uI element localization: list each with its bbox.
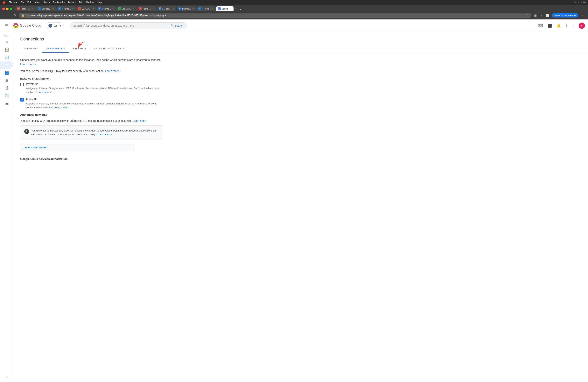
interactive-shell-button[interactable]: ⬛: [546, 22, 553, 29]
tab-close-editing[interactable]: ✕: [229, 8, 231, 10]
dot-minimize[interactable]: [6, 8, 9, 10]
extensions-button[interactable]: ⊞: [533, 13, 538, 18]
forward-button[interactable]: ›: [7, 13, 10, 18]
menu-chrome[interactable]: Chrome: [9, 1, 17, 4]
menu-window[interactable]: Window: [85, 1, 94, 4]
tab-close-home[interactable]: ✕: [152, 8, 155, 10]
tab-confere[interactable]: C Confere... ✕: [36, 6, 56, 11]
public-ip-learn-more[interactable]: Learn more ↗: [54, 106, 69, 109]
sidebar-item-connections[interactable]: →: [0, 61, 13, 69]
cloud-shell-button[interactable]: ⌨: [536, 22, 545, 29]
tab-peerdb3[interactable]: P Peerdb... ✕: [177, 6, 196, 11]
private-ip-external-icon: ↗: [50, 90, 52, 94]
add-network-label: ADD A NETWORK: [24, 146, 47, 149]
search-button[interactable]: 🔍 Search: [170, 24, 183, 27]
project-icon: 👤: [48, 24, 52, 28]
private-ip-learn-more[interactable]: Learn more ↗: [37, 90, 52, 94]
address-text: console.cloud.google.com/sql/instances/s…: [26, 14, 525, 17]
tab-networking[interactable]: NETWORKING: [42, 45, 69, 53]
private-ip-desc: Assigns an internal, Google-hosted VPC I…: [26, 86, 163, 94]
help-button[interactable]: ?: [564, 22, 569, 29]
users-icon: 👥: [4, 70, 9, 75]
browser-chrome: 🍎 Chrome File Edit View History Bookmark…: [0, 0, 588, 20]
tab-close-dais24[interactable]: ✕: [92, 8, 94, 10]
sidebar-item-logs[interactable]: 📉: [0, 92, 14, 100]
tab-editing[interactable]: E Editing ✕: [216, 6, 233, 11]
tab-peerdb4[interactable]: P Peerdb... ✕: [196, 6, 216, 11]
tab-close-peerdb1[interactable]: ✕: [72, 8, 74, 10]
screen-cast-button[interactable]: ⬜: [545, 13, 550, 18]
sidebar-item-analytics[interactable]: 📊: [0, 53, 14, 61]
page-title: Connections: [20, 37, 582, 42]
lock-icon: 🔒: [21, 14, 24, 17]
new-tab-button[interactable]: +: [234, 6, 239, 11]
learn-more-link-2[interactable]: Learn more ↗: [105, 69, 121, 73]
expand-icon: ›: [6, 374, 8, 379]
address-bar: ‹ › ↻ 🔒 console.cloud.google.com/sql/ins…: [0, 11, 588, 20]
project-selector[interactable]: 👤 test ▾: [46, 22, 64, 29]
search-button-label: Search: [175, 24, 183, 27]
search-input[interactable]: [73, 24, 169, 27]
menu-edit[interactable]: Edit: [27, 1, 32, 4]
dot-maximize[interactable]: [10, 8, 12, 10]
back-button[interactable]: ‹: [2, 13, 6, 18]
tab-logexp[interactable]: L Log Exp... ✕: [116, 6, 137, 11]
learn-more-link-1[interactable]: Learn more ↗: [20, 62, 37, 66]
tab-close-confere[interactable]: ✕: [52, 8, 54, 10]
add-network-button[interactable]: ADD A NETWORK: [20, 144, 135, 151]
tab-saipee[interactable]: S sai-pee... ✕: [157, 6, 176, 11]
tab-close-peerdb4[interactable]: ✕: [211, 8, 214, 10]
menu-view[interactable]: View: [34, 1, 40, 4]
tab-gmail[interactable]: M Inbox (5... ✕: [15, 6, 36, 11]
sidebar-item-tables[interactable]: ⊞: [0, 76, 14, 84]
tab-peerdb1[interactable]: P Peerdb... ✕: [56, 6, 76, 11]
public-ip-external-icon: ↗: [67, 106, 69, 109]
menu-profiles[interactable]: Profiles: [68, 1, 76, 4]
public-ip-checkbox[interactable]: ✓: [20, 98, 24, 102]
sidebar-section-label: PRIM...: [0, 33, 14, 38]
authorized-networks-title: Authorized networks: [20, 113, 163, 116]
hamburger-menu-button[interactable]: ☰: [3, 22, 10, 30]
tab-home[interactable]: H Home /... ✕: [137, 6, 157, 11]
tab-security[interactable]: SECURITY: [69, 45, 90, 53]
menu-tab[interactable]: Tab: [79, 1, 83, 4]
downloads-button[interactable]: ↓: [539, 13, 543, 18]
refresh-button[interactable]: ↻: [12, 13, 17, 18]
menu-help[interactable]: Help: [97, 1, 102, 4]
sidebar-item-overview[interactable]: ≡: [0, 38, 14, 45]
private-ip-checkbox[interactable]: [20, 83, 24, 86]
tab-close-logexp[interactable]: ✕: [132, 8, 135, 10]
tab-peerdb2[interactable]: P Peerdb... ✕: [96, 6, 116, 11]
tab-list-button[interactable]: ▾: [239, 7, 242, 11]
dot-close[interactable]: [2, 8, 5, 10]
private-ip-title: Private IP: [26, 83, 163, 85]
browser-menu-button[interactable]: ⋮: [580, 12, 586, 18]
list-icon: ☰: [5, 101, 9, 106]
notifications-button[interactable]: 🔔: [555, 22, 562, 29]
sidebar-item-expand[interactable]: ›: [0, 373, 14, 381]
menu-file[interactable]: File: [21, 1, 24, 4]
search-bar[interactable]: 🔍 Search: [70, 22, 187, 29]
user-avatar[interactable]: S: [579, 22, 585, 29]
menu-history[interactable]: History: [42, 1, 50, 4]
authorized-networks-learn-more[interactable]: Learn more ↗: [132, 119, 149, 123]
tab-connectivity[interactable]: CONNECTIVITY TESTS: [91, 45, 129, 53]
more-options-button[interactable]: ⋮: [570, 22, 577, 29]
sidebar-item-list[interactable]: ☰: [0, 100, 14, 107]
tab-close-peerdb3[interactable]: ✕: [192, 8, 194, 10]
address-input-container[interactable]: 🔒 console.cloud.google.com/sql/instances…: [19, 13, 532, 18]
new-chrome-button[interactable]: New Chrome available: [552, 13, 578, 18]
tab-dais24[interactable]: D DAIS24... ✕: [76, 6, 96, 11]
authorized-networks-external-icon: ↗: [147, 119, 148, 123]
tab-close-peerdb2[interactable]: ✕: [112, 8, 114, 10]
tab-close-gmail[interactable]: ✕: [32, 8, 34, 10]
tab-summary[interactable]: SUMMARY: [20, 45, 42, 53]
description-2: You can use the Cloud SQL Proxy for extr…: [20, 69, 163, 73]
tab-close-saipee[interactable]: ✕: [172, 8, 174, 10]
sidebar-item-users[interactable]: 👥: [0, 69, 14, 76]
bookmark-star-icon[interactable]: ☆: [526, 14, 529, 17]
menu-bookmarks[interactable]: Bookmarks: [53, 1, 65, 4]
sidebar-item-dashboard[interactable]: 📋: [0, 45, 14, 53]
sidebar-item-storage[interactable]: 🗄: [0, 84, 14, 92]
info-box-learn-more[interactable]: Learn more ↗: [96, 133, 112, 137]
